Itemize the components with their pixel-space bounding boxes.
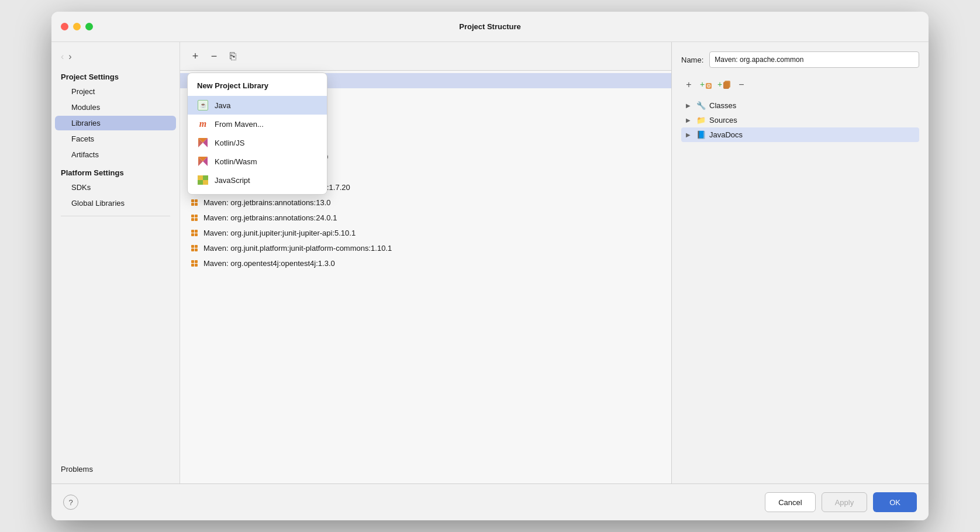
maven-lib-icon <box>189 243 199 253</box>
tree-sources-label: Sources <box>709 116 737 125</box>
bottom-bar: ? Cancel Apply OK <box>51 483 929 520</box>
sidebar-item-artifacts[interactable]: Artifacts <box>55 147 176 162</box>
rpanel-add-external-button[interactable]: + ⚙ <box>699 77 714 92</box>
svg-rect-6 <box>198 175 203 180</box>
close-button[interactable] <box>61 23 68 30</box>
library-name: Maven: org.jetbrains:annotations:24.0.1 <box>203 213 337 222</box>
dropdown-kotlin-js-label: Kotlin/JS <box>215 139 244 147</box>
maven-lib-icon <box>189 198 199 207</box>
copy-library-button[interactable]: ⎘ <box>225 48 241 64</box>
project-structure-window: Project Structure ‹ › Project Settings P… <box>51 12 929 520</box>
window-title: Project Structure <box>459 22 520 31</box>
svg-text:⚙: ⚙ <box>706 83 711 89</box>
svg-rect-15 <box>724 81 730 88</box>
right-panel-header: Name: <box>681 51 919 68</box>
name-label: Name: <box>681 56 703 64</box>
library-item[interactable]: Maven: org.junit.platform:junit-platform… <box>180 240 671 255</box>
help-button[interactable]: ? <box>63 495 78 510</box>
tree-item-sources[interactable]: ▶ 📁 Sources <box>681 113 919 127</box>
rpanel-add-button[interactable]: + <box>681 77 696 92</box>
main-toolbar: + − ⎘ <box>180 42 671 71</box>
dropdown-title: New Project Library <box>188 78 327 96</box>
dropdown-java-label: Java <box>215 101 230 110</box>
dropdown-item-kotlin-wasm[interactable]: Kotlin/Wasm <box>188 152 327 171</box>
maven-lib-icon <box>189 228 199 237</box>
dropdown-item-kotlin-js[interactable]: Kotlin/JS <box>188 133 327 152</box>
content-area: ‹ › Project Settings Project Modules Lib… <box>51 42 929 483</box>
chevron-right-icon: ▶ <box>686 132 693 138</box>
svg-text:+: + <box>700 80 705 89</box>
sidebar-item-modules[interactable]: Modules <box>55 100 176 115</box>
titlebar: Project Structure <box>51 12 929 42</box>
tree-item-javadocs[interactable]: ▶ 📘 JavaDocs <box>681 127 919 142</box>
main-panel: + − ⎘ New Project Library ☕ Java m From <box>180 42 671 483</box>
tree-classes-label: Classes <box>709 101 736 110</box>
sidebar-item-sdks[interactable]: SDKs <box>55 180 176 195</box>
library-name: Maven: org.junit.platform:junit-platform… <box>203 244 392 253</box>
svg-rect-9 <box>203 180 208 185</box>
dropdown-item-javascript[interactable]: JavaScript <box>188 171 327 189</box>
classes-icon: 🔧 <box>696 101 706 110</box>
tree-javadocs-label: JavaDocs <box>709 130 743 139</box>
right-panel-toolbar: + + ⚙ + − <box>681 77 919 92</box>
dropdown-maven-label: From Maven... <box>215 120 264 129</box>
rpanel-add-copy-button[interactable]: + <box>716 77 731 92</box>
tree-item-classes[interactable]: ▶ 🔧 Classes <box>681 98 919 113</box>
add-library-button[interactable]: + <box>187 48 203 64</box>
sidebar-problems[interactable]: Problems <box>51 460 180 476</box>
name-input[interactable] <box>709 51 919 68</box>
window-controls <box>61 23 93 30</box>
javadocs-icon: 📘 <box>696 130 706 139</box>
sidebar-item-global-libraries[interactable]: Global Libraries <box>55 196 176 210</box>
sidebar-item-facets[interactable]: Facets <box>55 132 176 146</box>
kotlin-js-icon <box>197 137 209 148</box>
library-name: Maven: org.opentest4j:opentest4j:1.3.0 <box>203 259 335 268</box>
nav-row: ‹ › <box>51 49 180 67</box>
library-item[interactable]: Maven: org.jetbrains:annotations:13.0 <box>180 195 671 210</box>
dropdown-kotlin-wasm-label: Kotlin/Wasm <box>215 157 257 166</box>
kotlin-wasm-icon <box>197 156 209 167</box>
maven-lib-icon <box>189 258 199 268</box>
apply-button[interactable]: Apply <box>822 492 868 512</box>
right-panel: Name: + + ⚙ + <box>671 42 929 483</box>
sources-icon: 📁 <box>696 116 706 125</box>
library-item[interactable]: Maven: org.junit.jupiter:junit-jupiter-a… <box>180 225 671 240</box>
javascript-icon <box>197 174 209 186</box>
svg-rect-7 <box>203 175 208 180</box>
sidebar: ‹ › Project Settings Project Modules Lib… <box>51 42 180 483</box>
dropdown-item-from-maven[interactable]: m From Maven... <box>188 115 327 133</box>
sidebar-item-project[interactable]: Project <box>55 84 176 99</box>
svg-text:+: + <box>717 80 722 89</box>
library-item[interactable]: Maven: org.jetbrains:annotations:24.0.1 <box>180 210 671 225</box>
chevron-right-icon: ▶ <box>686 117 693 123</box>
remove-library-button[interactable]: − <box>206 48 222 64</box>
project-settings-title: Project Settings <box>51 67 180 84</box>
library-item[interactable]: Maven: org.opentest4j:opentest4j:1.3.0 <box>180 255 671 271</box>
new-project-library-dropdown: New Project Library ☕ Java m From Maven.… <box>187 72 327 195</box>
dropdown-javascript-label: JavaScript <box>215 176 250 185</box>
back-arrow-icon[interactable]: ‹ <box>61 51 64 62</box>
sidebar-divider <box>61 216 170 216</box>
rpanel-remove-button[interactable]: − <box>734 77 749 92</box>
library-name: Maven: org.jetbrains:annotations:13.0 <box>203 198 331 207</box>
dropdown-item-java[interactable]: ☕ Java <box>188 96 327 115</box>
library-name: Maven: org.junit.jupiter:junit-jupiter-a… <box>203 229 356 237</box>
chevron-right-icon: ▶ <box>686 102 693 109</box>
forward-arrow-icon[interactable]: › <box>68 51 71 62</box>
maximize-button[interactable] <box>85 23 93 30</box>
cancel-button[interactable]: Cancel <box>765 492 815 512</box>
maven-icon: m <box>197 118 209 130</box>
java-icon: ☕ <box>197 99 209 111</box>
minimize-button[interactable] <box>73 23 81 30</box>
ok-button[interactable]: OK <box>873 492 917 512</box>
maven-lib-icon <box>189 213 199 222</box>
svg-rect-8 <box>198 180 203 185</box>
platform-settings-title: Platform Settings <box>51 163 180 179</box>
sidebar-item-libraries[interactable]: Libraries <box>55 116 176 130</box>
